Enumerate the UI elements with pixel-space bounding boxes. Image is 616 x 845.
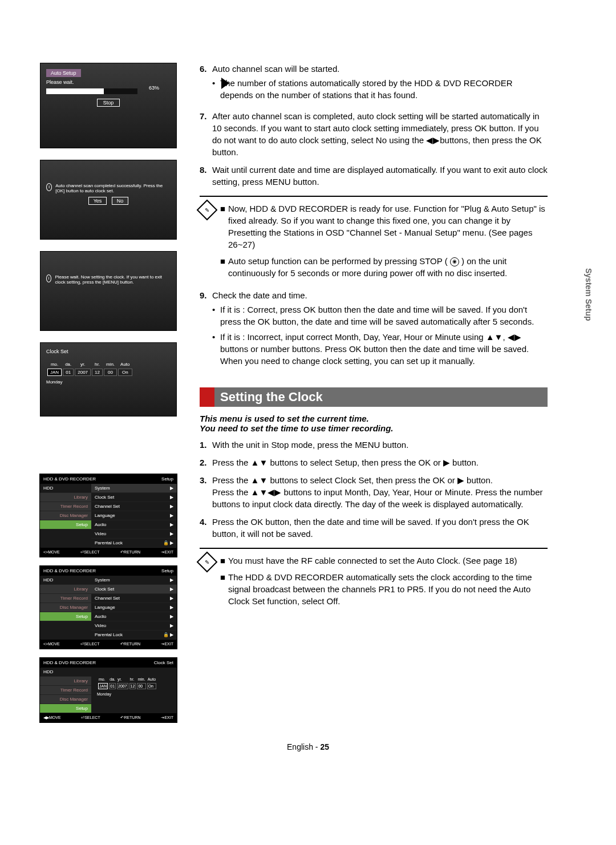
note-icon: ✎ — [197, 200, 218, 221]
stop-icon: ◉ — [450, 257, 459, 266]
osd-setting-clock: i Please wait. Now setting the clock. If… — [40, 251, 177, 331]
clock-headers: mo. da. yr. hr. min. Auto — [47, 361, 132, 367]
step-8: 8. Wait until current date and time are … — [200, 164, 548, 188]
page-footer: English - 25 — [34, 742, 582, 751]
osd-menu-system: HDD & DVD RECORDER Setup HDD Library Tim… — [39, 474, 177, 557]
clock-values: JAN 01 2007 12 00 On — [47, 369, 132, 376]
osd-clockset-title: Clock Set — [46, 349, 171, 354]
osd-no-button: No — [112, 197, 129, 205]
clock-weekday: Monday — [46, 379, 171, 385]
osd-confirm: i Auto channel scan completed successful… — [40, 160, 177, 240]
osd-yes-button: Yes — [88, 197, 107, 205]
progress-track — [46, 88, 137, 94]
osd-stop-button: Stop — [97, 99, 120, 107]
progress-fill — [46, 88, 104, 94]
osd-wait-text: Please wait. — [46, 79, 171, 85]
osd-auto-setup: Auto Setup Please wait. 63% Stop — [40, 63, 177, 148]
note-box-1: ✎ ■Now, HDD & DVD RECORDER is ready for … — [200, 196, 548, 284]
lock-icon — [163, 632, 169, 637]
lock-icon — [163, 540, 169, 545]
section-title: Setting the Clock — [200, 387, 548, 407]
osd-clockset-panel: Clock Set mo. da. yr. hr. min. Auto JAN … — [40, 342, 177, 417]
section-subtitle: This menu is used to set the current tim… — [200, 414, 548, 433]
step-2-4: 4. Press the OK button, then the date an… — [200, 516, 548, 540]
step-2-2: 2. Press the ▲▼ buttons to select Setup,… — [200, 456, 548, 468]
flow-arrow — [221, 78, 229, 89]
osd-confirm-msg: Auto channel scan completed successfully… — [55, 183, 171, 193]
step-7: 7. After auto channel scan is completed,… — [200, 110, 548, 158]
osd-menu-clock-editor: HDD & DVD RECORDER Clock Set HDD Library… — [39, 657, 177, 723]
osd-tab: Auto Setup — [46, 69, 81, 77]
note-icon: ✎ — [197, 552, 218, 573]
note-box-2: ✎ ■You must have the RF cable connected … — [200, 548, 548, 612]
osd-menu-clockset: HDD & DVD RECORDER Setup HDD Library Tim… — [39, 565, 177, 649]
progress-percent: 63% — [149, 85, 159, 91]
step-2-3: 3. Press the ▲▼ buttons to select Clock … — [200, 474, 548, 510]
side-tab: System Setup — [584, 268, 593, 321]
step-9: 9. Check the date and time. •If it is : … — [200, 289, 548, 370]
osd-setting-clock-msg: Please wait. Now setting the clock. If y… — [55, 274, 171, 285]
step-2-1: 1. With the unit in Stop mode, press the… — [200, 439, 548, 451]
info-icon: i — [46, 183, 52, 191]
step-6: 6. Auto channel scan will be started. •T… — [200, 63, 548, 104]
info-icon: i — [46, 274, 51, 282]
